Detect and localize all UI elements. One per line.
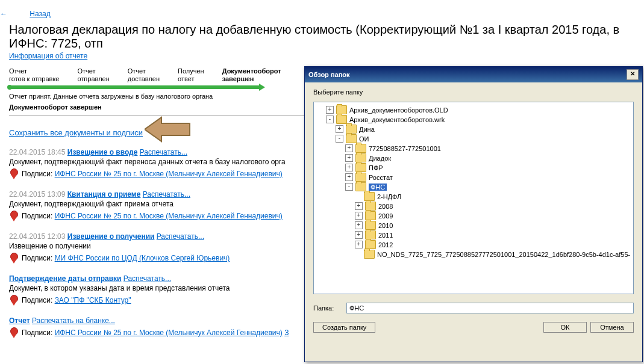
svg-marker-0 (145, 117, 190, 141)
folder-icon (336, 105, 347, 114)
folder-icon (355, 173, 366, 182)
sig-label: Подписи: (22, 296, 52, 304)
signature-icon (9, 295, 18, 306)
tree-node[interactable]: +2011 (355, 230, 393, 239)
doc-title-link[interactable]: Отчет (9, 316, 30, 325)
folder-icon (364, 250, 375, 259)
tree-node[interactable]: +Диадок (345, 153, 391, 162)
folder-icon (355, 153, 366, 162)
signature-icon (9, 211, 18, 221)
print-link[interactable]: Распечатать... (157, 232, 204, 241)
cancel-button[interactable]: Отмена (590, 322, 634, 333)
browse-folder-dialog: Обзор папок ✕ Выберите папку +Архив_доку… (304, 66, 643, 362)
folder-icon (365, 202, 376, 211)
folder-icon (346, 134, 357, 143)
folder-icon (365, 221, 376, 230)
back-link[interactable]: Назад (30, 10, 50, 18)
folder-icon (336, 115, 347, 124)
tree-node[interactable]: +2012 (355, 240, 393, 249)
signature-icon (9, 253, 18, 264)
progress-bar (9, 85, 262, 89)
new-folder-button[interactable]: Создать папку (313, 322, 375, 333)
doc-timestamp: 22.04.2015 18:45 (9, 148, 65, 156)
folder-icon (355, 182, 366, 191)
tree-node[interactable]: +ПФР (345, 163, 383, 172)
print-link[interactable]: Распечатать... (140, 148, 187, 156)
doc-timestamp: 22.04.2015 13:09 (9, 190, 65, 199)
report-info-link[interactable]: Информация об отчете (9, 52, 87, 60)
tree-node-selected[interactable]: -ФНС (345, 182, 387, 191)
tree-node[interactable]: +2010 (355, 221, 393, 230)
print-link[interactable]: Распечатать... (123, 274, 171, 283)
save-all-link[interactable]: Сохранить все документы и подписи (9, 128, 143, 137)
tree-node[interactable]: +2008 (355, 202, 393, 211)
sig-label: Подписи: (22, 329, 52, 337)
signature-icon (9, 327, 18, 338)
annotation-arrow-icon (145, 114, 193, 144)
signature-link[interactable]: ИФНС России № 25 по г. Москве (Мельничук… (55, 329, 283, 337)
tree-node[interactable]: +Архив_документооборотов.OLD (326, 105, 448, 114)
signature-icon (9, 168, 18, 179)
doc-title-link[interactable]: Извещение о вводе (67, 148, 138, 156)
signature-extra-link[interactable]: З (284, 329, 289, 337)
print-blank-link[interactable]: Распечатать на бланке... (32, 316, 115, 325)
close-icon[interactable]: ✕ (627, 69, 639, 80)
sig-label: Подписи: (22, 170, 52, 178)
tree-node[interactable]: +Дина (336, 125, 375, 134)
folder-input[interactable] (346, 303, 634, 313)
folder-icon (365, 230, 376, 239)
signature-link[interactable]: ЗАО "ПФ "СКБ Контур" (55, 296, 131, 304)
dialog-titlebar: Обзор папок ✕ (305, 67, 642, 82)
tree-node[interactable]: +7725088527-772501001 (345, 144, 441, 153)
folder-icon (365, 211, 376, 220)
folder-tree[interactable]: +Архив_документооборотов.OLD -Архив_доку… (313, 102, 634, 294)
tree-node[interactable]: -ОИ (336, 134, 369, 143)
tree-node[interactable]: +Росстат (345, 173, 393, 182)
folder-icon (364, 192, 375, 201)
doc-title-link[interactable]: Извещение о получении (67, 232, 155, 241)
sig-label: Подписи: (22, 254, 52, 262)
doc-timestamp: 22.04.2015 12:03 (9, 232, 65, 241)
signature-link[interactable]: ИФНС России № 25 по г. Москве (Мельничук… (55, 212, 283, 220)
dialog-title: Обзор папок (308, 71, 350, 78)
tree-node[interactable]: +2009 (355, 211, 393, 220)
page-title: Налоговая декларация по налогу на добавл… (9, 23, 644, 51)
folder-icon (355, 144, 366, 153)
sig-label: Подписи: (22, 212, 52, 220)
folder-icon (365, 240, 376, 249)
signature-link[interactable]: ИФНС России № 25 по г. Москве (Мельничук… (55, 170, 283, 178)
ok-button[interactable]: ОК (543, 322, 587, 333)
tree-node[interactable]: 2-НДФЛ (355, 192, 401, 201)
doc-title-link[interactable]: Квитанция о приеме (67, 190, 141, 199)
tree-node[interactable]: NO_NDS_7725_7725_7725088527772501001_201… (355, 250, 630, 259)
print-link[interactable]: Распечатать... (143, 190, 190, 199)
back-arrow-icon: ← (0, 10, 7, 18)
folder-icon (346, 125, 357, 134)
tree-node[interactable]: -Архив_документооборотов.wrk (326, 115, 445, 124)
folder-field-label: Папка: (313, 304, 346, 312)
signature-link[interactable]: МИ ФНС России по ЦОД (Клочков Сергей Юрь… (55, 254, 230, 262)
doc-title-link[interactable]: Подтверждение даты отправки (9, 274, 121, 283)
folder-icon (355, 163, 366, 172)
dialog-prompt: Выберите папку (313, 88, 634, 96)
